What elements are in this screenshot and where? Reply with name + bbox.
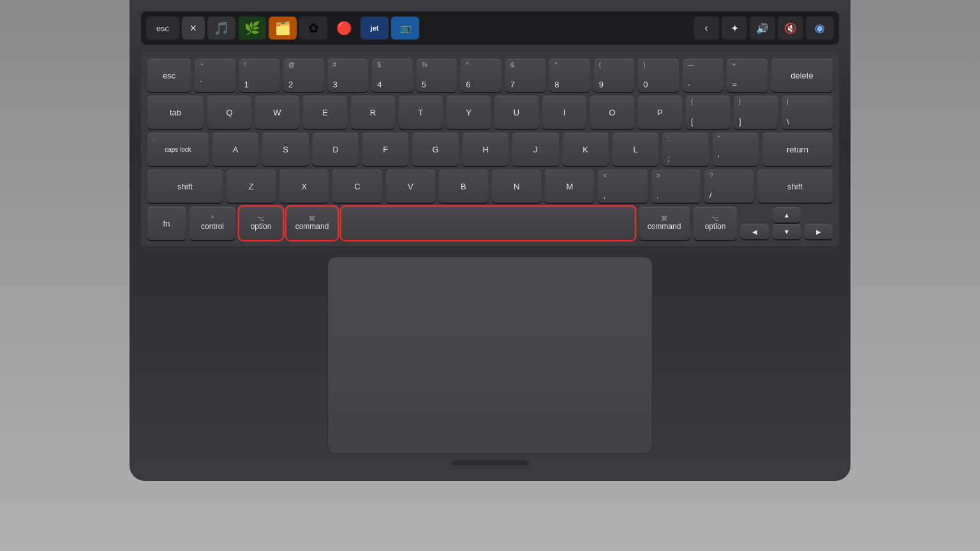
key-command-right[interactable]: ⌘ command [639,207,690,240]
key-command-left[interactable]: ⌘ command [286,207,338,240]
key-arrow-down[interactable]: ▼ [773,224,801,239]
key-7[interactable]: & 7 [505,59,546,92]
key-esc[interactable]: esc [147,59,191,92]
key-w[interactable]: W [255,96,299,129]
touch-bar: esc ✕ 🎵 🌿 🗂️ ✿ 🔴 jet 📺 ‹ ✦ 🔊 🔇 ◉ [141,11,839,45]
key-slash[interactable]: ? / [704,170,754,203]
key-j[interactable]: J [512,133,558,166]
key-arrow-right[interactable]: ▶ [805,224,833,239]
key-minus[interactable]: — - [683,59,724,92]
trackpad[interactable] [327,256,653,454]
tb-controls: ‹ ✦ 🔊 🔇 ◉ [694,17,834,40]
keyboard: esc ~ ` ! 1 @ 2 # 3 $ 4 % 5 [141,52,839,246]
connector [452,460,528,466]
key-brace-open[interactable]: { [ [686,96,730,129]
key-0[interactable]: ) 0 [638,59,679,92]
key-d[interactable]: D [313,133,359,166]
tb-vol-mute-btn[interactable]: 🔇 [778,17,803,40]
key-option-left[interactable]: ⌥ option [239,207,283,240]
key-t[interactable]: T [399,96,443,129]
key-r[interactable]: R [351,96,395,129]
arrow-cluster: ▲ ◀ ▼ ▶ [741,207,833,239]
tb-app1[interactable]: 🎵 [207,17,235,40]
row-modifiers: fn ^ control ⌥ option ⌘ command ⌘ comman… [147,207,833,240]
tb-app2[interactable]: 🌿 [238,17,266,40]
key-arrow-left[interactable]: ◀ [741,224,769,239]
key-f[interactable]: F [362,133,408,166]
key-option-right[interactable]: ⌥ option [694,207,737,240]
key-tab[interactable]: tab [147,96,204,129]
tb-app4[interactable]: ✿ [299,17,327,40]
key-return[interactable]: return [762,133,833,166]
trackpad-area [141,256,839,454]
key-a[interactable]: A [212,133,258,166]
key-semicolon[interactable]: : ; [662,133,708,166]
key-o[interactable]: O [590,96,634,129]
key-quote[interactable]: " ' [713,133,759,166]
key-shift-right[interactable]: shift [757,170,833,203]
key-brace-close[interactable]: } ] [734,96,778,129]
row-asdf: caps lock A S D F G H J K L : ; " ' retu… [147,133,833,166]
key-caps-lock[interactable]: caps lock [147,133,209,166]
laptop-body: esc ✕ 🎵 🌿 🗂️ ✿ 🔴 jet 📺 ‹ ✦ 🔊 🔇 ◉ esc ~ ` [130,0,850,481]
key-l[interactable]: L [612,133,658,166]
key-s[interactable]: S [262,133,308,166]
key-space[interactable] [341,207,635,240]
tb-esc-key[interactable]: esc [146,17,179,40]
key-k[interactable]: K [563,133,609,166]
key-g[interactable]: G [412,133,458,166]
key-8[interactable]: * 8 [549,59,590,92]
key-2[interactable]: @ 2 [283,59,324,92]
key-m[interactable]: M [545,170,594,203]
row-numbers: esc ~ ` ! 1 @ 2 # 3 $ 4 % 5 [147,59,833,92]
tb-app5[interactable]: 🔴 [330,17,358,40]
key-arrow-up[interactable]: ▲ [773,207,801,223]
key-z[interactable]: Z [226,170,276,203]
key-x[interactable]: X [279,170,329,203]
key-c[interactable]: C [332,170,382,203]
tb-vol-up-btn[interactable]: 🔊 [750,17,775,40]
key-comma[interactable]: < , [598,170,647,203]
key-y[interactable]: Y [447,96,491,129]
key-u[interactable]: U [494,96,538,129]
key-h[interactable]: H [463,133,509,166]
key-3[interactable]: # 3 [328,59,369,92]
key-p[interactable]: P [638,96,682,129]
bottom-bar [141,460,839,466]
key-delete[interactable]: delete [771,59,833,92]
key-n[interactable]: N [492,170,541,203]
key-equals[interactable]: + = [727,59,768,92]
key-q[interactable]: Q [207,96,251,129]
tb-app3[interactable]: 🗂️ [269,17,297,40]
key-period[interactable]: > . [651,170,701,203]
tb-app7-screen[interactable]: 📺 [391,17,419,40]
tb-app6-jet[interactable]: jet [360,17,389,40]
key-1[interactable]: ! 1 [239,59,280,92]
tb-close-btn[interactable]: ✕ [182,17,205,40]
key-tilde[interactable]: ~ ` [195,59,235,92]
tb-brightness-btn[interactable]: ✦ [722,17,747,40]
key-backslash[interactable]: | \ [782,96,833,129]
key-5[interactable]: % 5 [417,59,457,92]
key-6[interactable]: ^ 6 [461,59,501,92]
row-qwerty: tab Q W E R T Y U I O P { [ } ] | \ [147,96,833,129]
row-zxcv: shift Z X C V B N M < , > . ? / shift [147,170,833,203]
key-9[interactable]: ( 9 [594,59,635,92]
key-control[interactable]: ^ control [189,207,235,240]
key-4[interactable]: $ 4 [372,59,413,92]
tb-siri-btn[interactable]: ◉ [806,17,834,40]
key-b[interactable]: B [439,170,488,203]
key-shift-left[interactable]: shift [147,170,223,203]
tb-prev-btn[interactable]: ‹ [694,17,719,40]
key-i[interactable]: I [542,96,586,129]
key-e[interactable]: E [303,96,347,129]
key-v[interactable]: V [386,170,435,203]
key-fn[interactable]: fn [147,207,186,240]
